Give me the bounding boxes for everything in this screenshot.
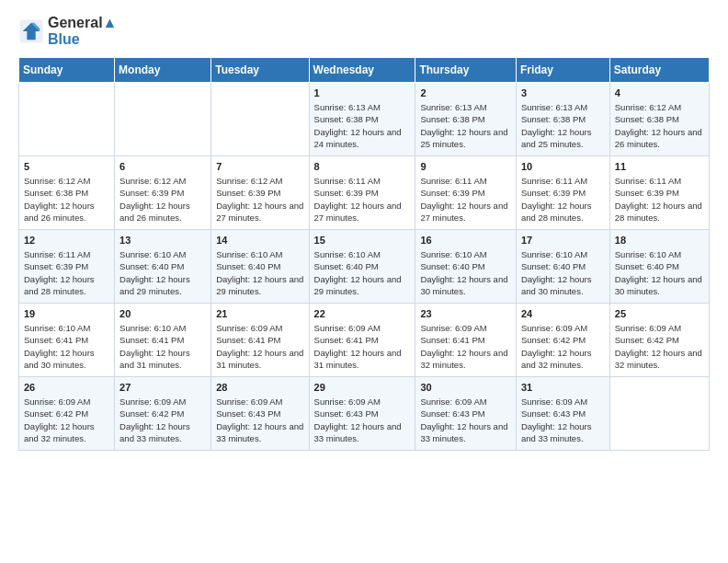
day-info: Sunrise: 6:12 AM Sunset: 6:38 PM Dayligh… xyxy=(615,101,704,150)
day-info: Sunrise: 6:11 AM Sunset: 6:39 PM Dayligh… xyxy=(420,175,511,224)
day-info: Sunrise: 6:10 AM Sunset: 6:40 PM Dayligh… xyxy=(216,248,303,297)
calendar-cell: 20Sunrise: 6:10 AM Sunset: 6:41 PM Dayli… xyxy=(115,304,211,377)
day-info: Sunrise: 6:10 AM Sunset: 6:40 PM Dayligh… xyxy=(119,248,206,297)
calendar-week-row: 12Sunrise: 6:11 AM Sunset: 6:39 PM Dayli… xyxy=(19,230,710,304)
day-number: 27 xyxy=(119,382,206,393)
calendar-cell: 31Sunrise: 6:09 AM Sunset: 6:43 PM Dayli… xyxy=(516,377,609,451)
day-info: Sunrise: 6:13 AM Sunset: 6:38 PM Dayligh… xyxy=(314,101,411,150)
day-number: 20 xyxy=(119,308,206,319)
day-info: Sunrise: 6:11 AM Sunset: 6:39 PM Dayligh… xyxy=(24,248,109,297)
day-number: 4 xyxy=(615,87,704,98)
day-number: 9 xyxy=(420,161,511,172)
calendar-week-row: 5Sunrise: 6:12 AM Sunset: 6:38 PM Daylig… xyxy=(19,156,710,230)
weekday-header-thursday: Thursday xyxy=(415,58,517,83)
day-number: 25 xyxy=(615,308,704,319)
calendar-cell: 15Sunrise: 6:10 AM Sunset: 6:40 PM Dayli… xyxy=(309,230,415,304)
calendar-week-row: 19Sunrise: 6:10 AM Sunset: 6:41 PM Dayli… xyxy=(19,304,710,377)
day-info: Sunrise: 6:10 AM Sunset: 6:40 PM Dayligh… xyxy=(615,248,704,297)
day-info: Sunrise: 6:09 AM Sunset: 6:41 PM Dayligh… xyxy=(216,322,303,371)
calendar-cell: 27Sunrise: 6:09 AM Sunset: 6:42 PM Dayli… xyxy=(115,377,211,451)
weekday-header-wednesday: Wednesday xyxy=(309,58,415,83)
page: General▲ Blue SundayMondayTuesdayWednesd… xyxy=(0,0,728,563)
calendar-week-row: 26Sunrise: 6:09 AM Sunset: 6:42 PM Dayli… xyxy=(19,377,710,451)
calendar-cell: 13Sunrise: 6:10 AM Sunset: 6:40 PM Dayli… xyxy=(115,230,211,304)
day-number: 18 xyxy=(615,235,704,246)
calendar-cell: 28Sunrise: 6:09 AM Sunset: 6:43 PM Dayli… xyxy=(211,377,309,451)
logo: General▲ Blue xyxy=(18,15,117,48)
calendar-cell: 23Sunrise: 6:09 AM Sunset: 6:41 PM Dayli… xyxy=(415,304,517,377)
day-info: Sunrise: 6:09 AM Sunset: 6:42 PM Dayligh… xyxy=(615,322,704,371)
day-info: Sunrise: 6:09 AM Sunset: 6:43 PM Dayligh… xyxy=(216,396,303,444)
calendar-cell: 26Sunrise: 6:09 AM Sunset: 6:42 PM Dayli… xyxy=(19,377,115,451)
weekday-header-tuesday: Tuesday xyxy=(211,58,309,83)
day-info: Sunrise: 6:10 AM Sunset: 6:40 PM Dayligh… xyxy=(420,248,511,297)
header: General▲ Blue xyxy=(18,15,710,48)
day-info: Sunrise: 6:09 AM Sunset: 6:41 PM Dayligh… xyxy=(420,322,511,371)
calendar-cell: 8Sunrise: 6:11 AM Sunset: 6:39 PM Daylig… xyxy=(309,156,415,230)
day-info: Sunrise: 6:12 AM Sunset: 6:39 PM Dayligh… xyxy=(216,175,303,224)
day-number: 5 xyxy=(24,161,109,172)
day-number: 19 xyxy=(24,308,109,319)
day-number: 12 xyxy=(24,235,109,246)
calendar-cell xyxy=(115,83,211,156)
day-number: 17 xyxy=(521,235,605,246)
weekday-header-monday: Monday xyxy=(115,58,211,83)
day-number: 28 xyxy=(216,382,303,393)
day-number: 10 xyxy=(521,161,605,172)
day-info: Sunrise: 6:09 AM Sunset: 6:43 PM Dayligh… xyxy=(420,396,511,444)
day-info: Sunrise: 6:09 AM Sunset: 6:41 PM Dayligh… xyxy=(314,322,411,371)
day-number: 30 xyxy=(420,382,511,393)
day-number: 14 xyxy=(216,235,303,246)
calendar-cell: 7Sunrise: 6:12 AM Sunset: 6:39 PM Daylig… xyxy=(211,156,309,230)
calendar-cell: 3Sunrise: 6:13 AM Sunset: 6:38 PM Daylig… xyxy=(516,83,609,156)
calendar-cell: 24Sunrise: 6:09 AM Sunset: 6:42 PM Dayli… xyxy=(516,304,609,377)
day-info: Sunrise: 6:09 AM Sunset: 6:42 PM Dayligh… xyxy=(24,396,109,444)
weekday-header-sunday: Sunday xyxy=(19,58,115,83)
day-info: Sunrise: 6:12 AM Sunset: 6:38 PM Dayligh… xyxy=(24,175,109,224)
weekday-header-saturday: Saturday xyxy=(609,58,709,83)
day-info: Sunrise: 6:10 AM Sunset: 6:40 PM Dayligh… xyxy=(521,248,605,297)
logo-text: General▲ Blue xyxy=(48,15,117,48)
calendar-cell: 21Sunrise: 6:09 AM Sunset: 6:41 PM Dayli… xyxy=(211,304,309,377)
calendar-cell: 5Sunrise: 6:12 AM Sunset: 6:38 PM Daylig… xyxy=(19,156,115,230)
day-info: Sunrise: 6:10 AM Sunset: 6:40 PM Dayligh… xyxy=(314,248,411,297)
day-number: 8 xyxy=(314,161,411,172)
day-info: Sunrise: 6:10 AM Sunset: 6:41 PM Dayligh… xyxy=(24,322,109,371)
day-number: 2 xyxy=(420,87,511,98)
calendar-header-row: SundayMondayTuesdayWednesdayThursdayFrid… xyxy=(19,58,710,83)
day-number: 31 xyxy=(521,382,605,393)
day-info: Sunrise: 6:09 AM Sunset: 6:43 PM Dayligh… xyxy=(314,396,411,444)
calendar-cell: 17Sunrise: 6:10 AM Sunset: 6:40 PM Dayli… xyxy=(516,230,609,304)
day-info: Sunrise: 6:13 AM Sunset: 6:38 PM Dayligh… xyxy=(521,101,605,150)
calendar-cell xyxy=(609,377,709,451)
calendar-cell: 9Sunrise: 6:11 AM Sunset: 6:39 PM Daylig… xyxy=(415,156,517,230)
day-number: 7 xyxy=(216,161,303,172)
day-info: Sunrise: 6:12 AM Sunset: 6:39 PM Dayligh… xyxy=(119,175,206,224)
calendar-cell xyxy=(19,83,115,156)
day-number: 13 xyxy=(119,235,206,246)
logo-icon xyxy=(18,18,44,44)
calendar-cell: 22Sunrise: 6:09 AM Sunset: 6:41 PM Dayli… xyxy=(309,304,415,377)
calendar-table: SundayMondayTuesdayWednesdayThursdayFrid… xyxy=(18,57,710,451)
day-info: Sunrise: 6:09 AM Sunset: 6:43 PM Dayligh… xyxy=(521,396,605,444)
day-info: Sunrise: 6:11 AM Sunset: 6:39 PM Dayligh… xyxy=(521,175,605,224)
day-info: Sunrise: 6:10 AM Sunset: 6:41 PM Dayligh… xyxy=(119,322,206,371)
calendar-cell: 6Sunrise: 6:12 AM Sunset: 6:39 PM Daylig… xyxy=(115,156,211,230)
day-number: 21 xyxy=(216,308,303,319)
calendar-cell: 25Sunrise: 6:09 AM Sunset: 6:42 PM Dayli… xyxy=(609,304,709,377)
calendar-cell: 19Sunrise: 6:10 AM Sunset: 6:41 PM Dayli… xyxy=(19,304,115,377)
calendar-cell: 10Sunrise: 6:11 AM Sunset: 6:39 PM Dayli… xyxy=(516,156,609,230)
calendar-cell: 16Sunrise: 6:10 AM Sunset: 6:40 PM Dayli… xyxy=(415,230,517,304)
calendar-cell xyxy=(211,83,309,156)
calendar-cell: 1Sunrise: 6:13 AM Sunset: 6:38 PM Daylig… xyxy=(309,83,415,156)
calendar-cell: 2Sunrise: 6:13 AM Sunset: 6:38 PM Daylig… xyxy=(415,83,517,156)
calendar-cell: 29Sunrise: 6:09 AM Sunset: 6:43 PM Dayli… xyxy=(309,377,415,451)
calendar-cell: 4Sunrise: 6:12 AM Sunset: 6:38 PM Daylig… xyxy=(609,83,709,156)
day-info: Sunrise: 6:13 AM Sunset: 6:38 PM Dayligh… xyxy=(420,101,511,150)
day-info: Sunrise: 6:11 AM Sunset: 6:39 PM Dayligh… xyxy=(314,175,411,224)
day-info: Sunrise: 6:11 AM Sunset: 6:39 PM Dayligh… xyxy=(615,175,704,224)
day-number: 26 xyxy=(24,382,109,393)
weekday-header-friday: Friday xyxy=(516,58,609,83)
calendar-cell: 30Sunrise: 6:09 AM Sunset: 6:43 PM Dayli… xyxy=(415,377,517,451)
calendar-cell: 18Sunrise: 6:10 AM Sunset: 6:40 PM Dayli… xyxy=(609,230,709,304)
